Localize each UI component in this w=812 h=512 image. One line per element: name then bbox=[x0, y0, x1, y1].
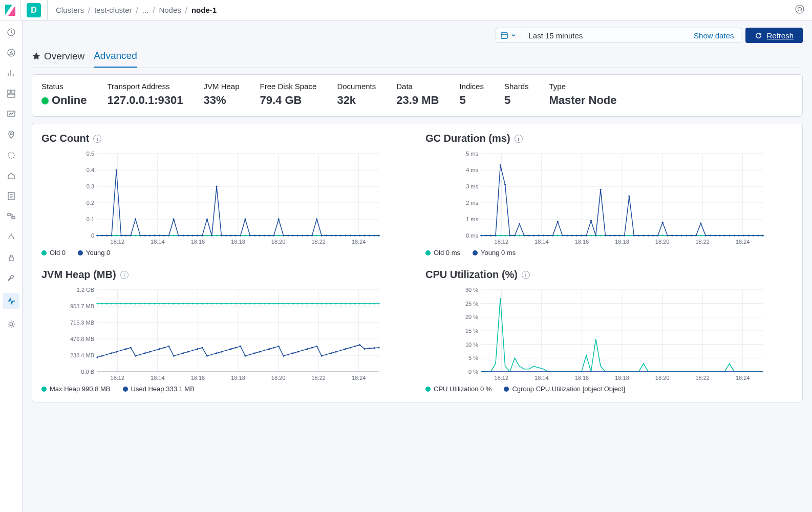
chart-plot[interactable]: 00.10.20.30.40.518:1218:1418:1618:1818:2… bbox=[41, 150, 409, 247]
svg-point-392 bbox=[359, 303, 360, 304]
app-logo[interactable] bbox=[0, 0, 20, 20]
chart-jvm_heap: JVM Heap (MB)i0.0 B238.4 MB476.8 MB715.3… bbox=[41, 269, 409, 393]
legend-item[interactable]: Cgroup CPU Utilization [object Object] bbox=[504, 385, 625, 393]
chart-title-text: GC Count bbox=[41, 133, 89, 144]
svg-point-124 bbox=[197, 234, 198, 236]
legend-item[interactable]: Young 0 ms bbox=[473, 249, 516, 257]
refresh-button[interactable]: Refresh bbox=[745, 28, 803, 43]
svg-point-347 bbox=[144, 303, 146, 304]
svg-point-388 bbox=[340, 303, 341, 304]
dashboard-icon[interactable] bbox=[6, 88, 17, 99]
status-dot-icon bbox=[41, 97, 49, 104]
tab-overview[interactable]: Overview bbox=[32, 47, 84, 68]
svg-point-109 bbox=[125, 234, 126, 236]
dev-tools-icon[interactable] bbox=[6, 272, 17, 284]
breadcrumb-clusters[interactable]: Clusters bbox=[56, 6, 84, 14]
logs-icon[interactable] bbox=[6, 190, 17, 202]
canvas-icon[interactable] bbox=[6, 109, 17, 120]
svg-point-349 bbox=[154, 303, 155, 304]
refresh-icon bbox=[755, 32, 762, 39]
svg-point-127 bbox=[211, 234, 212, 236]
svg-text:18:22: 18:22 bbox=[695, 239, 710, 245]
svg-point-416 bbox=[187, 351, 189, 353]
svg-point-118 bbox=[168, 234, 169, 236]
infra-icon[interactable] bbox=[6, 170, 17, 181]
svg-text:5 %: 5 % bbox=[468, 355, 478, 361]
svg-point-262 bbox=[538, 234, 539, 236]
svg-point-149 bbox=[316, 218, 317, 220]
help-icon[interactable] bbox=[795, 4, 805, 16]
svg-point-410 bbox=[159, 348, 160, 350]
breadcrumb-nodes[interactable]: Nodes bbox=[159, 6, 181, 14]
svg-text:18:16: 18:16 bbox=[191, 239, 205, 245]
legend-item[interactable]: Old 0 bbox=[41, 249, 66, 257]
svg-text:18:14: 18:14 bbox=[535, 239, 549, 245]
svg-point-0 bbox=[796, 5, 804, 13]
svg-point-275 bbox=[600, 189, 602, 190]
svg-point-1 bbox=[798, 7, 802, 11]
svg-point-194 bbox=[500, 234, 501, 236]
discover-icon[interactable] bbox=[6, 47, 17, 58]
legend-item[interactable]: Max Heap 990.8 MB bbox=[41, 385, 111, 393]
ml-icon[interactable] bbox=[6, 150, 17, 161]
svg-point-357 bbox=[192, 303, 194, 304]
svg-point-346 bbox=[139, 303, 141, 304]
svg-point-298 bbox=[710, 234, 711, 236]
svg-point-351 bbox=[163, 303, 165, 304]
chart-plot[interactable]: 0.0 B238.4 MB476.8 MB715.3 MB953.7 MB1.2… bbox=[41, 286, 409, 383]
uptime-icon[interactable] bbox=[6, 231, 17, 243]
svg-point-302 bbox=[729, 234, 730, 236]
svg-text:18:24: 18:24 bbox=[352, 239, 366, 245]
info-icon[interactable]: i bbox=[515, 135, 523, 143]
date-range-input[interactable]: Last 15 minutes Show dates bbox=[521, 28, 741, 43]
management-icon[interactable] bbox=[6, 318, 17, 330]
shards-value: 5 bbox=[504, 94, 529, 107]
maps-icon[interactable] bbox=[6, 129, 17, 140]
svg-point-345 bbox=[135, 303, 136, 304]
svg-point-361 bbox=[211, 303, 212, 304]
stack-monitoring-icon[interactable] bbox=[3, 293, 19, 309]
svg-point-427 bbox=[240, 346, 241, 347]
svg-point-106 bbox=[111, 234, 112, 236]
svg-point-278 bbox=[614, 234, 615, 236]
svg-text:2 ms: 2 ms bbox=[466, 200, 478, 206]
info-icon[interactable]: i bbox=[522, 271, 530, 279]
breadcrumb-node: node-1 bbox=[191, 6, 217, 14]
siem-icon[interactable] bbox=[6, 252, 17, 263]
svg-point-352 bbox=[168, 303, 169, 304]
chart-title-text: JVM Heap (MB) bbox=[41, 269, 116, 281]
recent-icon[interactable] bbox=[6, 27, 17, 38]
svg-point-309 bbox=[762, 234, 763, 236]
breadcrumb-cluster[interactable]: test-cluster bbox=[94, 6, 132, 14]
svg-point-256 bbox=[509, 234, 510, 236]
info-icon[interactable]: i bbox=[120, 271, 129, 279]
svg-point-134 bbox=[244, 218, 246, 220]
svg-point-162 bbox=[378, 234, 379, 236]
apm-icon[interactable] bbox=[6, 211, 17, 222]
svg-point-270 bbox=[576, 234, 578, 236]
nav-sidebar bbox=[0, 20, 23, 512]
chart-plot[interactable]: 0 %5 %10 %15 %20 %25 %30 %18:1218:1418:1… bbox=[425, 286, 793, 383]
legend-item[interactable]: Used Heap 333.1 MB bbox=[123, 385, 195, 393]
svg-text:18:12: 18:12 bbox=[495, 375, 509, 381]
tab-advanced[interactable]: Advanced bbox=[94, 47, 137, 68]
svg-point-139 bbox=[268, 234, 270, 236]
svg-point-138 bbox=[264, 234, 265, 236]
svg-point-154 bbox=[340, 234, 341, 236]
date-quick-select[interactable] bbox=[496, 28, 521, 43]
visualize-icon[interactable] bbox=[6, 68, 17, 79]
svg-point-405 bbox=[135, 355, 136, 357]
status-label: Status bbox=[41, 82, 87, 91]
svg-point-108 bbox=[120, 234, 122, 236]
legend-item[interactable]: CPU Utilization 0 % bbox=[425, 385, 492, 393]
info-icon[interactable]: i bbox=[93, 135, 101, 143]
svg-text:18:16: 18:16 bbox=[191, 375, 205, 381]
legend-item[interactable]: Young 0 bbox=[78, 249, 110, 257]
chart-plot[interactable]: 0 ms1 ms2 ms3 ms4 ms5 ms18:1218:1418:161… bbox=[425, 150, 793, 247]
svg-point-113 bbox=[144, 234, 146, 236]
svg-text:238.4 MB: 238.4 MB bbox=[70, 352, 94, 358]
breadcrumb-dots[interactable]: ... bbox=[142, 6, 149, 14]
space-selector[interactable]: D bbox=[27, 3, 41, 17]
svg-point-448 bbox=[340, 350, 341, 351]
legend-item[interactable]: Old 0 ms bbox=[425, 249, 460, 257]
